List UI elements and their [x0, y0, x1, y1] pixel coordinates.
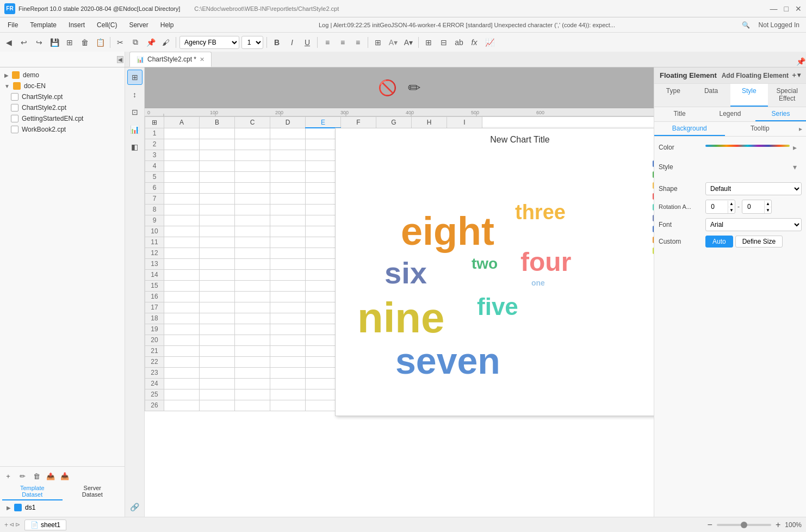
cell-C5[interactable]	[235, 171, 270, 182]
tb-undo[interactable]: ↩	[17, 36, 30, 49]
cell-C8[interactable]	[235, 204, 270, 215]
cell-D26[interactable]	[270, 400, 306, 411]
edit-icon[interactable]: ✏	[408, 79, 420, 97]
cell-D9[interactable]	[270, 215, 306, 226]
cell-C15[interactable]	[235, 280, 270, 291]
cell-D17[interactable]	[270, 302, 306, 313]
cell-C19[interactable]	[235, 324, 270, 335]
icon-panel-btn-3[interactable]: ⊡	[127, 104, 142, 120]
cell-B7[interactable]	[200, 193, 235, 204]
cell-A5[interactable]	[164, 171, 200, 182]
sidebar-collapse-btn[interactable]: ◀	[117, 56, 123, 63]
dataset-item-ds1[interactable]: ▶ ds1	[2, 503, 122, 512]
rotation-down-2[interactable]: ▼	[765, 207, 771, 213]
cell-B3[interactable]	[200, 150, 235, 160]
menu-server[interactable]: Server	[123, 20, 153, 30]
cell-D19[interactable]	[270, 324, 306, 335]
sub-tab-legend[interactable]: Legend	[705, 107, 755, 121]
menu-cell[interactable]: Cell(C)	[91, 20, 122, 30]
sheet-nav-add[interactable]: +	[4, 521, 8, 529]
define-size-btn[interactable]: Define Size	[735, 236, 783, 248]
cell-B25[interactable]	[200, 389, 235, 400]
cell-D11[interactable]	[270, 237, 306, 248]
login-status[interactable]: Not Logged In	[754, 21, 804, 29]
sub-tab-title[interactable]: Title	[654, 107, 705, 121]
tb-ab[interactable]: ab	[452, 36, 466, 49]
tb-save[interactable]: 💾	[48, 36, 61, 49]
cell-D4[interactable]	[270, 160, 306, 171]
cell-C13[interactable]	[235, 258, 270, 269]
cell-A19[interactable]	[164, 324, 200, 335]
font-select[interactable]: Arial	[705, 218, 802, 231]
cell-A21[interactable]	[164, 345, 200, 356]
tb-merge-h[interactable]: ⊞	[422, 36, 435, 49]
icon-panel-btn-4[interactable]: 📊	[127, 122, 142, 137]
tab-type[interactable]: Type	[654, 84, 692, 107]
cell-D23[interactable]	[270, 367, 306, 378]
tb-format-paint[interactable]: 🖌	[159, 36, 172, 49]
cell-B9[interactable]	[200, 215, 235, 226]
font-family-select[interactable]: Agency FB	[179, 36, 239, 49]
cell-D25[interactable]	[270, 389, 306, 400]
close-button[interactable]: ✕	[795, 4, 802, 13]
sidebar-add-btn[interactable]: +	[2, 470, 14, 482]
cell-A11[interactable]	[164, 237, 200, 248]
cell-B8[interactable]	[200, 204, 235, 215]
cell-C26[interactable]	[235, 400, 270, 411]
rotation-input-2[interactable]	[742, 200, 764, 213]
search-icon[interactable]: 🔍	[739, 20, 753, 30]
series-tabs-arrow[interactable]: ▸	[795, 122, 806, 136]
tree-item-docen[interactable]: ▼ doc-EN	[0, 81, 125, 91]
sheet-nav-left[interactable]: ⊲	[9, 521, 14, 529]
cell-A7[interactable]	[164, 193, 200, 204]
tb-chart[interactable]: 📈	[483, 36, 496, 49]
cell-C20[interactable]	[235, 335, 270, 345]
tb-align-left[interactable]: ≡	[321, 36, 334, 49]
cell-A23[interactable]	[164, 367, 200, 378]
cell-D15[interactable]	[270, 280, 306, 291]
tab-pin-btn[interactable]: 📌	[795, 56, 806, 67]
cell-C23[interactable]	[235, 367, 270, 378]
tab-close-btn[interactable]: ✕	[200, 56, 204, 63]
auto-btn[interactable]: Auto	[705, 236, 733, 248]
cell-B10[interactable]	[200, 226, 235, 237]
cell-D13[interactable]	[270, 258, 306, 269]
icon-panel-link-btn[interactable]: 🔗	[127, 499, 142, 515]
cell-C3[interactable]	[235, 150, 270, 160]
cell-D1[interactable]	[270, 128, 306, 139]
menu-file[interactable]: File	[2, 20, 23, 30]
icon-panel-btn-2[interactable]: ↕	[127, 87, 142, 102]
sidebar-import-btn[interactable]: 📥	[59, 470, 71, 482]
style-expand-icon[interactable]: ▾	[793, 163, 802, 171]
cell-B1[interactable]	[200, 128, 235, 139]
cell-B6[interactable]	[200, 182, 235, 193]
cell-B18[interactable]	[200, 313, 235, 324]
rotation-up-1[interactable]: ▲	[728, 201, 735, 207]
cell-C25[interactable]	[235, 389, 270, 400]
cell-A4[interactable]	[164, 160, 200, 171]
tab-style[interactable]: Style	[730, 84, 768, 107]
tb-border[interactable]: ⊞	[371, 36, 385, 49]
maximize-button[interactable]: □	[784, 4, 789, 13]
cell-B12[interactable]	[200, 248, 235, 258]
cell-B22[interactable]	[200, 356, 235, 367]
zoom-minus-btn[interactable]: −	[708, 520, 712, 530]
cell-C11[interactable]	[235, 237, 270, 248]
sidebar-export-btn[interactable]: 📤	[45, 470, 57, 482]
cell-A16[interactable]	[164, 291, 200, 302]
chart-container[interactable]: New Chart Title eightthreesixtwofournine…	[335, 128, 654, 416]
zoom-thumb[interactable]	[741, 522, 747, 528]
tb-underline[interactable]: U	[301, 36, 314, 49]
cell-A17[interactable]	[164, 302, 200, 313]
cell-A1[interactable]	[164, 128, 200, 139]
cell-A22[interactable]	[164, 356, 200, 367]
cell-B13[interactable]	[200, 258, 235, 269]
icon-panel-btn-5[interactable]: ◧	[127, 139, 142, 154]
col-header-b[interactable]: B	[200, 117, 235, 128]
col-header-a[interactable]: A	[164, 117, 200, 128]
zoom-slider[interactable]	[717, 524, 771, 526]
cell-B14[interactable]	[200, 269, 235, 280]
cell-D21[interactable]	[270, 345, 306, 356]
tree-item-demo[interactable]: ▶ demo	[0, 70, 125, 81]
minimize-button[interactable]: —	[770, 4, 778, 13]
